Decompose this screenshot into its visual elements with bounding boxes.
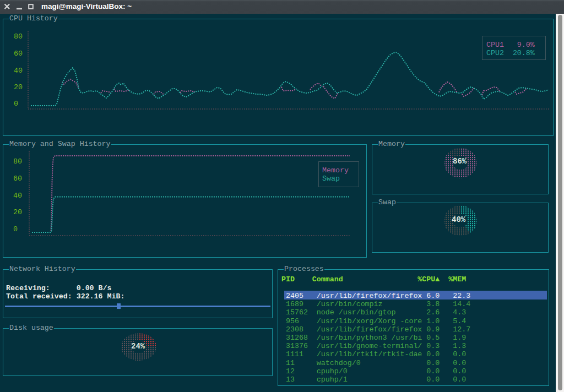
svg-text:20: 20 [13, 208, 22, 216]
svg-text:40: 40 [13, 192, 22, 200]
svg-text:0: 0 [14, 100, 18, 108]
svg-text:80: 80 [13, 157, 22, 166]
svg-text:60: 60 [14, 50, 23, 58]
svg-text:0: 0 [13, 225, 18, 233]
svg-text:80: 80 [14, 32, 23, 41]
svg-text:40: 40 [14, 67, 23, 75]
svg-text:20: 20 [14, 83, 23, 91]
svg-text:60: 60 [13, 175, 22, 183]
